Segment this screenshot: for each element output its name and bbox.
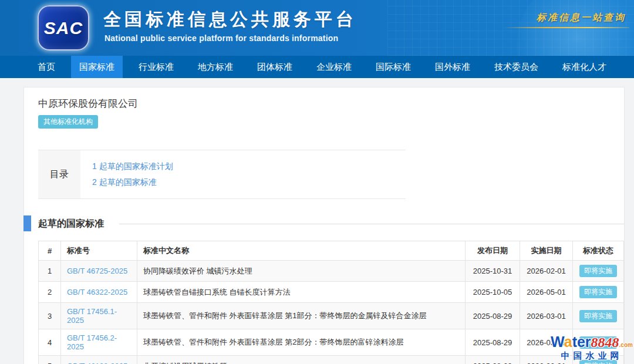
toc-link-drafted-standards[interactable]: 2 起草的国家标准 — [92, 174, 173, 190]
standard-code-link[interactable]: GB/T 17456.1-2025 — [67, 307, 117, 325]
status-badge: 即将实施 — [579, 310, 617, 322]
col-header-name: 标准中文名称 — [137, 241, 466, 261]
row-index: 1 — [39, 261, 61, 282]
watermark-site-name: 中国水业网 — [547, 351, 634, 360]
implement-date: 2026-02-01 — [520, 261, 573, 282]
table-row: 3 GB/T 17456.1-2025 球墨铸铁管、管件和附件 外表面锌基涂层 … — [39, 303, 624, 329]
nav-item-home[interactable]: 首页 — [29, 56, 63, 78]
standard-code-link[interactable]: GB/T 46199-2025 — [67, 362, 127, 364]
row-index: 2 — [39, 282, 61, 303]
nav-item-enterprise-standards[interactable]: 企业标准 — [308, 56, 360, 78]
standard-code-link[interactable]: GB/T 46322-2025 — [67, 288, 127, 296]
col-header-impl-date: 实施日期 — [520, 241, 573, 261]
publish-date: 2025-10-31 — [466, 261, 520, 282]
publish-date: 2025-08-29 — [466, 303, 520, 329]
col-header-index: # — [39, 241, 61, 261]
nav-item-national-standards[interactable]: 国家标准 — [71, 56, 123, 78]
watermark-brand-a: a — [564, 333, 572, 350]
col-header-pub-date: 发布日期 — [466, 241, 520, 261]
table-header-row: # 标准号 标准中文名称 发布日期 实施日期 标准状态 — [39, 241, 624, 261]
row-index: 5 — [39, 356, 61, 364]
nav-item-technical-committee[interactable]: 技术委员会 — [486, 56, 547, 78]
table-row: 2 GB/T 46322-2025 球墨铸铁管自锚接口系统 自锚长度计算方法 2… — [39, 282, 624, 303]
row-index: 4 — [39, 329, 61, 356]
status-badge: 即将实施 — [579, 360, 617, 364]
main-nav: 首页 国家标准 行业标准 地方标准 团体标准 企业标准 国际标准 国外标准 技术… — [0, 56, 634, 78]
section-accent-bar — [23, 215, 31, 231]
company-name: 中原环保股份有限公司 — [38, 97, 624, 110]
standard-name: 球墨铸铁管、管件和附件 外表面锌基涂层 第2部分：带终饰层的富锌涂料涂层 — [137, 329, 466, 356]
site-header: SAC 全国标准信息公共服务平台 National public service… — [0, 0, 634, 56]
nav-item-standardization-talent[interactable]: 标准化人才 — [554, 56, 615, 78]
col-header-status: 标准状态 — [573, 241, 624, 261]
standard-name: 球墨铸铁管自锚接口系统 自锚长度计算方法 — [137, 282, 466, 303]
slogan-underline — [503, 27, 629, 28]
toc-links: 1 起草的国家标准计划 2 起草的国家标准 — [80, 150, 173, 198]
row-index: 3 — [39, 303, 61, 329]
status-badge: 即将实施 — [579, 265, 617, 277]
nav-item-international-standards[interactable]: 国际标准 — [367, 56, 419, 78]
publish-date: 2025-08-29 — [466, 356, 520, 364]
standard-name: 非开挖铺设用球墨铸铁管 — [137, 356, 466, 364]
implement-date: 2026-05-01 — [520, 282, 573, 303]
site-title: 全国标准信息公共服务平台 — [103, 8, 357, 32]
section-title: 起草的国家标准 — [38, 218, 104, 230]
toc-label: 目录 — [38, 150, 80, 198]
toc-panel: 目录 1 起草的国家标准计划 2 起草的国家标准 — [38, 150, 406, 199]
section-header: 起草的国家标准 — [24, 215, 624, 232]
content-card: 中原环保股份有限公司 其他标准化机构 目录 1 起草的国家标准计划 2 起草的国… — [23, 87, 625, 364]
water8848-watermark: Water8848.com 中国水业网 — [547, 335, 634, 360]
nav-item-industry-standards[interactable]: 行业标准 — [130, 56, 182, 78]
nav-item-group-standards[interactable]: 团体标准 — [249, 56, 301, 78]
status-badge: 即将实施 — [579, 286, 617, 298]
standards-table: # 标准号 标准中文名称 发布日期 实施日期 标准状态 1 GB/T 46725… — [38, 241, 624, 364]
watermark-brand-ter: ter — [572, 333, 591, 350]
publish-date: 2025-10-05 — [466, 282, 520, 303]
watermark-brand-w: W — [551, 333, 564, 350]
standard-code-link[interactable]: GB/T 46725-2025 — [67, 267, 127, 275]
standard-name: 协同降碳绩效评价 城镇污水处理 — [137, 261, 466, 282]
implement-date: 2026-03-01 — [520, 303, 573, 329]
col-header-code: 标准号 — [61, 241, 137, 261]
table-row: 1 GB/T 46725-2025 协同降碳绩效评价 城镇污水处理 2025-1… — [39, 261, 624, 282]
nav-item-local-standards[interactable]: 地方标准 — [190, 56, 241, 78]
standard-name: 球墨铸铁管、管件和附件 外表面锌基涂层 第1部分：带终饰层的金属锌及锌合金涂层 — [137, 303, 466, 329]
watermark-brand-suffix: .com — [619, 342, 633, 348]
site-subtitle: National public service platform for sta… — [104, 33, 338, 43]
section-divider-line — [119, 224, 624, 224]
watermark-brand-number: 8848 — [591, 335, 619, 350]
org-type-badge: 其他标准化机构 — [38, 115, 98, 129]
standard-code-link[interactable]: GB/T 17456.2-2025 — [67, 333, 117, 351]
watermark-brand: Water8848.com — [547, 335, 634, 349]
sac-logo-text: SAC — [44, 18, 83, 38]
nav-item-foreign-standards[interactable]: 国外标准 — [427, 56, 478, 78]
table-row: 4 GB/T 17456.2-2025 球墨铸铁管、管件和附件 外表面锌基涂层 … — [39, 329, 624, 356]
sac-logo[interactable]: SAC — [38, 5, 89, 50]
toc-link-drafted-plans[interactable]: 1 起草的国家标准计划 — [92, 159, 173, 174]
header-slogan: 标准信息一站查询 — [537, 12, 626, 24]
table-row: 5 GB/T 46199-2025 非开挖铺设用球墨铸铁管 2025-08-29… — [39, 356, 624, 364]
publish-date: 2025-08-29 — [466, 329, 520, 356]
